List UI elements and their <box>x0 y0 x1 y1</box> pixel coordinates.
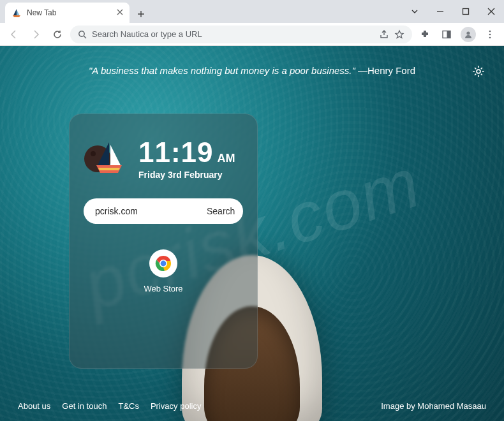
tab-search-button[interactable] <box>402 0 427 23</box>
page-viewport: pcrisk.com "A business that makes nothin… <box>0 46 504 421</box>
settings-button[interactable] <box>470 63 487 80</box>
window-minimize-button[interactable] <box>427 0 453 23</box>
nav-forward-button[interactable] <box>27 26 45 43</box>
search-icon <box>78 30 87 39</box>
sidepanel-icon[interactable] <box>438 26 456 43</box>
window-maximize-button[interactable] <box>453 0 478 23</box>
nav-back-button[interactable] <box>5 26 23 43</box>
footer-link-about[interactable]: About us <box>18 401 50 411</box>
svg-rect-3 <box>447 31 451 38</box>
browser-tab[interactable]: New Tab <box>5 3 130 23</box>
clock-ampm: AM <box>218 152 235 165</box>
search-button[interactable]: Search <box>207 206 235 216</box>
widget-card: 11:19 AM Friday 3rd February Search <box>69 114 258 369</box>
extensions-icon[interactable] <box>416 26 434 43</box>
shortcut-label: Web Store <box>131 284 195 293</box>
footer-link-privacy[interactable]: Privacy policy <box>151 401 201 411</box>
browser-titlebar: New Tab <box>0 0 504 23</box>
address-bar[interactable]: Search Nautica or type a URL <box>70 26 412 43</box>
sailboat-logo-icon <box>84 136 128 181</box>
nav-reload-button[interactable] <box>48 26 66 43</box>
chrome-icon <box>149 249 177 277</box>
shortcut-webstore[interactable]: Web Store <box>131 249 195 293</box>
svg-point-1 <box>79 31 84 36</box>
svg-point-4 <box>466 31 470 34</box>
clock-date: Friday 3rd February <box>138 170 235 180</box>
tab-close-icon[interactable] <box>117 8 123 17</box>
browser-toolbar: Search Nautica or type a URL <box>0 23 504 46</box>
svg-point-8 <box>477 70 480 73</box>
profile-avatar-button[interactable] <box>459 26 477 43</box>
footer-link-contact[interactable]: Get in touch <box>62 401 107 411</box>
bookmark-star-icon[interactable] <box>394 29 404 40</box>
quote-bar: "A business that makes nothing but money… <box>0 65 504 76</box>
window-close-button[interactable] <box>478 0 504 23</box>
quote-text: "A business that makes nothing but money… <box>89 65 355 76</box>
footer-link-terms[interactable]: T&Cs <box>118 401 139 411</box>
svg-point-6 <box>489 33 491 35</box>
tab-favicon-sailboat-icon <box>11 8 22 18</box>
image-credit: Image by Mohamed Masaau <box>381 401 486 411</box>
footer: About us Get in touch T&Cs Privacy polic… <box>0 401 504 411</box>
address-placeholder: Search Nautica or type a URL <box>92 29 374 39</box>
tab-title: New Tab <box>27 8 112 17</box>
clock-time: 11:19 <box>138 137 214 168</box>
svg-point-10 <box>91 151 96 156</box>
new-tab-button[interactable] <box>132 5 150 23</box>
menu-kebab-icon[interactable] <box>481 26 499 43</box>
svg-point-7 <box>489 36 491 38</box>
share-icon[interactable] <box>379 29 389 40</box>
svg-point-5 <box>489 30 491 32</box>
svg-rect-0 <box>463 9 469 15</box>
quote-author: —Henry Ford <box>358 65 415 76</box>
window-controls <box>402 0 504 23</box>
search-box[interactable]: Search <box>84 198 243 224</box>
search-input[interactable] <box>95 206 207 216</box>
